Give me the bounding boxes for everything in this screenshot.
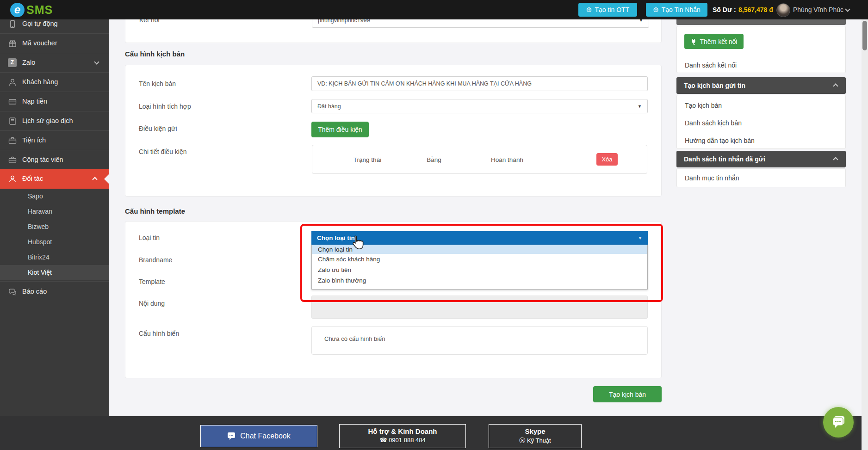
sidebar-subitem-label: Kiot Việt: [28, 269, 52, 276]
add-connection-label: Thêm kết nối: [700, 38, 738, 45]
send-condition-label: Điều kiện gửi: [139, 125, 177, 132]
sidebar-subitem-sapo[interactable]: Sapo: [0, 189, 109, 204]
right-section-header[interactable]: Danh sách tin nhắn đã gửi: [676, 151, 846, 167]
right-panel-clipped-header: [676, 19, 846, 25]
scenario-guide-link[interactable]: Hướng dẫn tạo kịch bản: [685, 137, 755, 144]
sidebar-subitem-label: Bizweb: [28, 223, 49, 230]
chevron-up-icon: [833, 157, 838, 162]
sidebar-item-lich-su-giao-dich[interactable]: Lịch sử giao dịch: [0, 111, 109, 130]
condition-operator: Bằng: [427, 156, 441, 163]
scenario-list-link[interactable]: Danh sách kịch bản: [685, 119, 742, 127]
chat-facebook-label: Chat Facebook: [240, 432, 291, 440]
sidebar-item-nap-tien[interactable]: Nạp tiền: [0, 92, 109, 111]
sidebar-item-label: Mã voucher: [22, 39, 57, 47]
scrollbar-thumb[interactable]: [862, 21, 867, 50]
create-ott-label: Tạo tin OTT: [595, 6, 629, 13]
integration-type-select[interactable]: Đặt hàng ▼: [311, 99, 648, 113]
connection-list-link[interactable]: Danh sách kết nối: [685, 62, 737, 69]
sidebar-subitem-haravan[interactable]: Haravan: [0, 204, 109, 219]
chat-facebook-button[interactable]: Chat Facebook: [200, 425, 317, 447]
sidebar-subitem-label: Haravan: [28, 208, 52, 215]
message-type-label: Loại tin: [139, 234, 160, 241]
right-section-title: Danh sách tin nhắn đã gửi: [684, 155, 765, 163]
skype-sub: Ⓢ Kỹ Thuật: [489, 437, 581, 445]
create-sms-button[interactable]: ⊕ Tạo Tin Nhắn: [646, 3, 707, 17]
right-section-title: Tạo kịch bản gửi tin: [684, 82, 745, 89]
esms-logo[interactable]: e SMS: [10, 2, 53, 17]
sidebar-subitem-kiot-viet[interactable]: Kiot Việt: [0, 265, 109, 280]
skype-box[interactable]: Skype Ⓢ Kỹ Thuật: [489, 424, 582, 448]
skype-title: Skype: [489, 427, 581, 435]
chat-icon: [227, 432, 236, 440]
content-textarea-disabled: [311, 296, 648, 319]
sidebar-subitem-bizweb[interactable]: Bizweb: [0, 219, 109, 234]
zalo-icon: Z: [8, 58, 17, 67]
phone-icon: [8, 20, 17, 28]
sidebar-subitem-bitrix24[interactable]: Bitrix24: [0, 250, 109, 265]
dropdown-option[interactable]: Zalo ưu tiên: [312, 265, 647, 275]
variable-empty-text: Chưa có cấu hình biến: [324, 335, 385, 342]
user-icon: [8, 175, 17, 183]
content-label: Nội dung: [139, 300, 165, 307]
dropdown-option[interactable]: Zalo bình thường: [312, 275, 647, 286]
create-scenario-link[interactable]: Tạo kịch bản: [685, 102, 722, 109]
active-arrow: [104, 174, 109, 184]
chevron-down-icon: [845, 6, 850, 12]
user-icon: [8, 78, 17, 86]
create-ott-button[interactable]: ⊕ Tạo tin OTT: [578, 3, 637, 17]
add-condition-button[interactable]: Thêm điều kiện: [311, 122, 369, 137]
sidebar-item-tien-ich[interactable]: Tiện ích: [0, 130, 109, 150]
footer: Chat Facebook Hỗ trợ & Kinh Doanh ☎ 0901…: [0, 416, 862, 450]
integration-type-label: Loại hình tích hợp: [139, 103, 191, 110]
sidebar-item-ma-voucher[interactable]: Mã voucher: [0, 33, 109, 53]
scenario-name-label: Tên kịch bản: [139, 80, 176, 87]
support-box[interactable]: Hỗ trợ & Kinh Doanh ☎ 0901 888 484: [339, 424, 466, 448]
sidebar-item-khach-hang[interactable]: Khách hàng: [0, 72, 109, 92]
scenario-name-input[interactable]: VD: KỊCH BẢN GỬI TIN CẢM ƠN KHÁCH HÀNG K…: [311, 76, 648, 91]
sidebar-item-zalo[interactable]: Z Zalo: [0, 53, 109, 72]
chat-bubble-icon: [831, 415, 846, 430]
support-phone: ☎ 0901 888 484: [340, 437, 465, 444]
gift-icon: [8, 39, 17, 48]
balance-label: Số Dư :: [713, 6, 736, 13]
scenario-name-value: VD: KỊCH BẢN GỬI TIN CẢM ƠN KHÁCH HÀNG K…: [317, 80, 532, 87]
chevron-up-icon: [92, 177, 97, 182]
sidebar-item-label: Cộng tác viên: [22, 156, 63, 163]
avatar[interactable]: [776, 3, 790, 17]
condition-value: Hoàn thành: [491, 156, 523, 163]
add-connection-button[interactable]: Thêm kết nối: [684, 34, 744, 49]
briefcase-icon: [8, 136, 17, 145]
logo-text: SMS: [26, 3, 53, 17]
phone-icon: ☎: [379, 437, 387, 444]
chevron-down-icon: [94, 59, 99, 64]
sidebar-item-label: Báo cáo: [22, 288, 47, 295]
card-icon: [8, 98, 17, 106]
cursor-hand-icon: [350, 235, 364, 250]
scenario-links-block: Tạo kịch bản Danh sách kịch bản Hướng dẫ…: [676, 95, 846, 149]
condition-row: Trạng thái Bằng Hoàn thành Xóa: [312, 145, 647, 174]
connection-block: Thêm kết nối Danh sách kết nối: [676, 26, 846, 73]
brandname-label: Brandname: [139, 256, 172, 264]
section-title-scenario: Cấu hình kịch bản: [125, 50, 185, 58]
user-menu[interactable]: Phùng Vĩnh Phúc: [793, 6, 843, 13]
condition-field: Trạng thái: [353, 156, 381, 163]
topbar: e SMS ⊕ Tạo tin OTT ⊕ Tạo Tin Nhắn Số Dư…: [0, 0, 868, 19]
message-category-link[interactable]: Danh mục tin nhắn: [685, 174, 739, 182]
scrollbar-track[interactable]: [862, 19, 868, 450]
template-label: Template: [139, 278, 165, 285]
sidebar-item-bao-cao[interactable]: Báo cáo: [0, 281, 109, 302]
sidebar-item-label: Nạp tiền: [22, 98, 47, 105]
sidebar-subitem-label: Hubspot: [28, 238, 52, 246]
chat-widget-button[interactable]: [823, 407, 854, 438]
delete-condition-button[interactable]: Xóa: [596, 153, 618, 166]
sidebar-subitem-hubspot[interactable]: Hubspot: [0, 234, 109, 250]
right-section-header[interactable]: Tạo kịch bản gửi tin: [676, 77, 846, 94]
create-scenario-button[interactable]: Tạo kịch bản: [593, 386, 662, 402]
sidebar-item-label: Tiện ích: [22, 136, 46, 144]
briefcase-icon: [8, 156, 17, 164]
sidebar-item-doi-tac[interactable]: Đối tác: [0, 169, 109, 189]
sidebar-item-cong-tac-vien[interactable]: Cộng tác viên: [0, 150, 109, 169]
condition-detail-label: Chi tiết điều kiện: [139, 148, 187, 155]
plus-circle-icon: ⊕: [653, 6, 659, 14]
dropdown-option[interactable]: Chăm sóc khách hàng: [312, 254, 647, 265]
